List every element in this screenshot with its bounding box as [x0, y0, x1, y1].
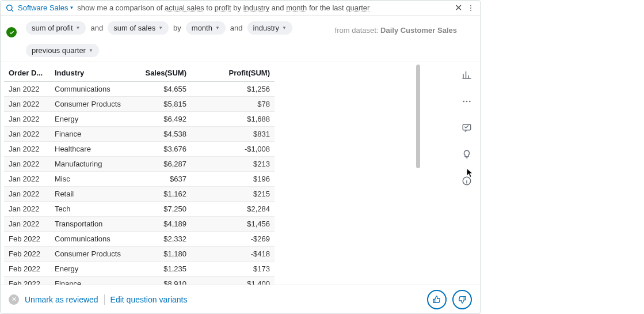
unmark-reviewed-link[interactable]: Unmark as reviewed [25, 295, 98, 304]
cell-sales: $8,910 [136, 277, 191, 285]
chevron-down-icon: ▼ [76, 25, 81, 31]
chip-month[interactable]: month▼ [186, 21, 226, 35]
cell-profit: $831 [191, 127, 275, 142]
cell-industry: Retail [50, 187, 136, 202]
cell-industry: Misc [50, 172, 136, 187]
connector-and: and [230, 24, 243, 32]
chevron-down-icon: ▼ [282, 25, 287, 31]
thumbs-down-button[interactable] [452, 290, 472, 309]
chart-type-icon[interactable] [459, 67, 475, 83]
cell-industry: Energy [50, 112, 136, 127]
table-row[interactable]: Jan 2022Consumer Products$5,815$78 [4, 97, 275, 112]
cell-sales: $6,492 [136, 112, 191, 127]
svg-point-4 [463, 101, 464, 103]
cell-industry: Tech [50, 202, 136, 217]
chip-sum-profit[interactable]: sum of profit▼ [26, 21, 86, 35]
table-row[interactable]: Jan 2022Transportation$4,189$1,456 [4, 217, 275, 232]
cell-order-date: Jan 2022 [4, 157, 50, 172]
chevron-down-icon: ▼ [215, 25, 220, 31]
review-footer: ✕ Unmark as reviewed Edit question varia… [1, 285, 480, 313]
edit-variants-link[interactable]: Edit question variants [110, 295, 188, 304]
chip-previous-quarter[interactable]: previous quarter▼ [26, 44, 99, 57]
cell-profit: $1,456 [191, 217, 275, 232]
insight-icon[interactable] [459, 146, 475, 162]
cell-order-date: Jan 2022 [4, 127, 50, 142]
table-row[interactable]: Jan 2022Communications$4,655$1,256 [4, 82, 275, 97]
topic-select[interactable]: Software Sales ▼ [18, 3, 74, 12]
table-scroll[interactable]: Order D... Industry Sales(SUM) Profit(SU… [1, 62, 452, 285]
q-logo-icon [5, 3, 14, 13]
table-row[interactable]: Feb 2022Finance$8,910$1,400 [4, 277, 275, 285]
unmark-x-icon[interactable]: ✕ [9, 294, 19, 305]
table-row[interactable]: Jan 2022Misc$637$196 [4, 172, 275, 187]
cell-order-date: Jan 2022 [4, 142, 50, 157]
query-text[interactable]: show me a comparison of actual sales to … [77, 3, 450, 12]
svg-point-2 [470, 7, 471, 9]
cell-order-date: Feb 2022 [4, 247, 50, 262]
cell-sales: $4,189 [136, 217, 191, 232]
svg-point-1 [470, 5, 471, 6]
cell-order-date: Jan 2022 [4, 202, 50, 217]
table-row[interactable]: Jan 2022Tech$7,250$2,284 [4, 202, 275, 217]
topic-label: Software Sales [18, 3, 68, 12]
table-row[interactable]: Feb 2022Consumer Products$1,180-$418 [4, 247, 275, 262]
table-row[interactable]: Jan 2022Energy$6,492$1,688 [4, 112, 275, 127]
table-row[interactable]: Feb 2022Energy$1,235$173 [4, 262, 275, 277]
cell-sales: $1,235 [136, 262, 191, 277]
cell-industry: Communications [50, 232, 136, 247]
kebab-menu-icon[interactable] [466, 3, 475, 13]
cell-industry: Energy [50, 262, 136, 277]
table-row[interactable]: Feb 2022Communications$2,332-$269 [4, 232, 275, 247]
more-actions-icon[interactable] [459, 93, 475, 109]
col-profit-sum[interactable]: Profit(SUM) [191, 65, 275, 82]
cell-order-date: Jan 2022 [4, 97, 50, 112]
cell-sales: $4,538 [136, 127, 191, 142]
connector-by: by [173, 24, 181, 32]
cell-order-date: Feb 2022 [4, 232, 50, 247]
cell-industry: Finance [50, 277, 136, 285]
chip-sum-sales[interactable]: sum of sales▼ [108, 21, 169, 35]
cell-industry: Finance [50, 127, 136, 142]
cell-profit: $213 [191, 157, 275, 172]
col-sales-sum[interactable]: Sales(SUM) [136, 65, 191, 82]
scrollbar-thumb[interactable] [416, 65, 420, 168]
cell-industry: Consumer Products [50, 97, 136, 112]
check-circle-icon [6, 27, 17, 37]
svg-point-5 [466, 101, 467, 103]
cell-order-date: Jan 2022 [4, 112, 50, 127]
cell-profit: $1,688 [191, 112, 275, 127]
thumbs-up-button[interactable] [427, 290, 447, 309]
interpretation-row: sum of profit▼ and sum of sales▼ by mont… [1, 16, 480, 62]
chips-container: sum of profit▼ and sum of sales▼ by mont… [26, 19, 474, 57]
col-order-date[interactable]: Order D... [4, 65, 50, 82]
cell-order-date: Jan 2022 [4, 217, 50, 232]
separator [104, 294, 105, 305]
col-industry[interactable]: Industry [50, 65, 136, 82]
table-row[interactable]: Jan 2022Retail$1,162$215 [4, 187, 275, 202]
action-rail [452, 62, 480, 285]
q-answer-panel: Software Sales ▼ show me a comparison of… [0, 0, 481, 314]
cell-profit: -$418 [191, 247, 275, 262]
chevron-down-icon: ▼ [158, 25, 163, 31]
chip-industry[interactable]: industry▼ [247, 21, 292, 35]
dataset-source-label: from dataset: Daily Customer Sales [335, 26, 457, 35]
cell-industry: Healthcare [50, 142, 136, 157]
cell-sales: $6,287 [136, 157, 191, 172]
close-icon[interactable]: ✕ [454, 3, 463, 13]
cell-sales: $1,180 [136, 247, 191, 262]
cell-profit: -$269 [191, 232, 275, 247]
results-table: Order D... Industry Sales(SUM) Profit(SU… [4, 65, 275, 285]
cell-profit: -$1,008 [191, 142, 275, 157]
cell-profit: $196 [191, 172, 275, 187]
cell-profit: $173 [191, 262, 275, 277]
cell-order-date: Jan 2022 [4, 82, 50, 97]
table-row[interactable]: Jan 2022Manufacturing$6,287$213 [4, 157, 275, 172]
cell-sales: $5,815 [136, 97, 191, 112]
table-row[interactable]: Jan 2022Finance$4,538$831 [4, 127, 275, 142]
table-row[interactable]: Jan 2022Healthcare$3,676-$1,008 [4, 142, 275, 157]
cell-industry: Manufacturing [50, 157, 136, 172]
feedback-icon[interactable] [459, 120, 475, 136]
cell-profit: $78 [191, 97, 275, 112]
cell-industry: Consumer Products [50, 247, 136, 262]
info-icon[interactable] [459, 173, 475, 189]
